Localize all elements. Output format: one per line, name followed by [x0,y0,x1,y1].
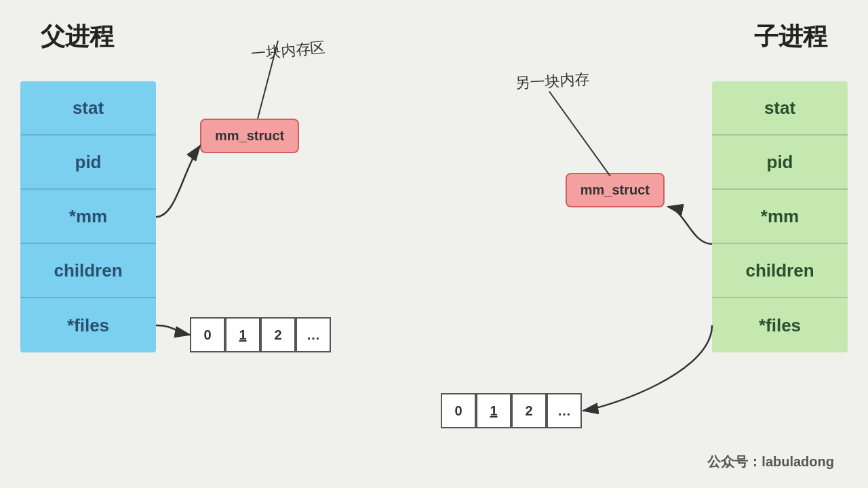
annotation-left: 一块内存区 [250,37,326,64]
left-fd-1: 1 [225,317,260,352]
right-row-files: *files [712,298,848,352]
right-fd-0: 0 [441,393,476,428]
left-title: 父进程 [41,20,114,54]
right-fd-1: 1 [476,393,511,428]
left-mm-struct: mm_struct [200,119,299,153]
annotation-right: 另一块内存 [515,69,590,94]
left-fd-0: 0 [190,317,225,352]
left-fd-dots: … [296,317,331,352]
right-fd-array: 0 1 2 … [441,393,582,428]
left-row-files: *files [20,298,156,352]
right-row-pid: pid [712,136,848,190]
left-process-block: stat pid *mm children *files [20,81,156,352]
left-row-stat: stat [20,81,156,136]
right-mm-struct: mm_struct [566,173,665,207]
right-title: 子进程 [754,20,827,54]
right-row-children: children [712,244,848,298]
left-fd-2: 2 [260,317,296,352]
watermark: 公众号：labuladong [707,453,834,471]
right-row-mm: *mm [712,190,848,244]
right-fd-2: 2 [511,393,547,428]
left-row-children: children [20,244,156,298]
left-fd-array: 0 1 2 … [190,317,331,352]
left-row-mm: *mm [20,190,156,244]
right-fd-dots: … [547,393,582,428]
left-row-pid: pid [20,136,156,190]
right-process-block: stat pid *mm children *files [712,81,848,352]
right-row-stat: stat [712,81,848,136]
